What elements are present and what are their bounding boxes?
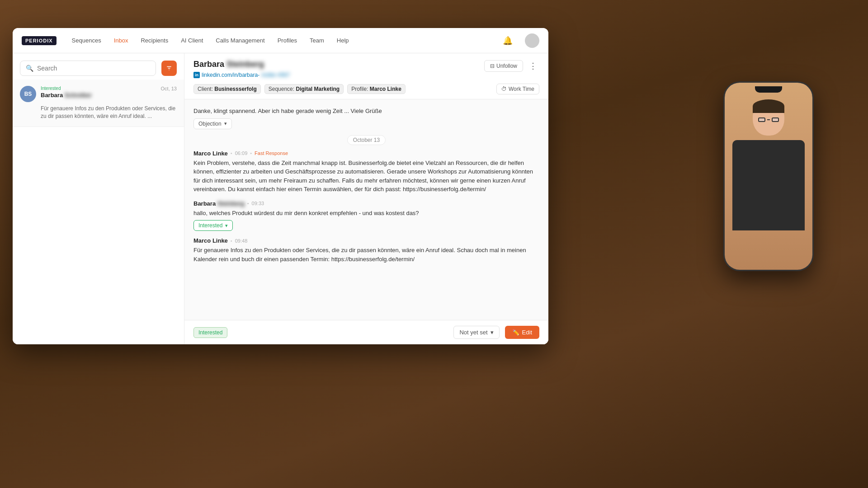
avatar-bs: BS [20, 86, 36, 102]
profile-name: Barbara Steinberg [193, 60, 264, 69]
main-layout: 🔍 BS Interested [13, 53, 548, 344]
conv-preview: Für genauere Infos zu den Produkten oder… [41, 105, 177, 120]
bottom-badge: Interested [193, 327, 227, 338]
interested-badge: Interested [41, 86, 156, 91]
logo: PERIODIX [22, 36, 57, 45]
nav-help[interactable]: Help [336, 35, 350, 46]
linkedin-icon: in [193, 72, 200, 78]
app-window: PERIODIX Sequences Inbox Recipients AI C… [13, 28, 548, 344]
message-block-3: Barbara Steinberg • 09:33 hallo, welches… [193, 200, 539, 231]
msg-sender-4: Marco Linke • 09:48 [193, 237, 539, 244]
chevron-down-icon-2: ▾ [225, 223, 228, 229]
person-silhouette [732, 90, 805, 262]
nav-recipients[interactable]: Recipients [140, 35, 169, 46]
chevron-down-icon-3: ▾ [491, 329, 494, 336]
edit-icon: ✏️ [512, 329, 519, 336]
glass-left [758, 117, 765, 122]
phone-notch [755, 86, 782, 93]
fast-response-badge: Fast Response [255, 150, 288, 156]
chevron-down-icon: ▾ [224, 121, 227, 127]
objection-dropdown[interactable]: Objection ▾ [193, 118, 232, 129]
message-block-1: Danke, klingt spannend. Aber ich habe ge… [193, 107, 539, 129]
msg-text-4: Für genauere Infos zu den Produkten oder… [193, 246, 539, 263]
msg-sender-3: Barbara Steinberg • 09:33 [193, 200, 539, 207]
profile-tag: Profile: Marco Linke [347, 84, 406, 94]
search-icon: 🔍 [26, 65, 33, 72]
nav-ai-client[interactable]: AI Client [180, 35, 204, 46]
person-head [753, 99, 784, 136]
date-divider: October 13 [193, 136, 539, 144]
avatar[interactable] [525, 33, 539, 48]
clock-icon: ⏱ [501, 86, 507, 92]
tags-row: Client: Businessserfolg Sequence: Digita… [193, 84, 539, 94]
msg-text-1: Danke, klingt spannend. Aber ich habe ge… [193, 107, 539, 116]
conv-name: Barbara Schreiber [41, 92, 156, 99]
msg-sender-2: Marco Linke • 06:09 • Fast Response [193, 150, 539, 157]
client-tag: Client: Businessserfolg [193, 84, 261, 94]
sequence-tag: Sequence: Digital Marketing [264, 84, 344, 94]
person-glasses [758, 117, 779, 122]
message-block-4: Marco Linke • 09:48 Für genauere Infos z… [193, 237, 539, 263]
nav-sequences[interactable]: Sequences [71, 35, 102, 46]
content-area: Barbara Steinberg in linkedin.com/in/bar… [184, 53, 548, 344]
nav-inbox[interactable]: Inbox [113, 35, 129, 46]
nav-team[interactable]: Team [309, 35, 325, 46]
notification-bell-icon[interactable]: 🔔 [501, 34, 514, 47]
unfollow-button[interactable]: ⊟ Unfollow [484, 60, 523, 72]
work-time-button[interactable]: ⏱ Work Time [496, 84, 539, 94]
more-options-button[interactable]: ⋮ [527, 60, 539, 72]
nav-profiles[interactable]: Profiles [277, 35, 298, 46]
search-bar: 🔍 [20, 61, 156, 76]
person-body [732, 140, 805, 230]
content-header: Barbara Steinberg in linkedin.com/in/bar… [184, 53, 548, 99]
conv-date: Oct, 13 [161, 86, 177, 91]
not-yet-set-dropdown[interactable]: Not yet set ▾ [453, 326, 499, 339]
sidebar: 🔍 BS Interested [13, 53, 184, 344]
msg-text-2: Kein Problem, verstehe, dass die Zeit ma… [193, 159, 539, 194]
message-block-2: Marco Linke • 06:09 • Fast Response Kein… [193, 150, 539, 194]
unfollow-icon: ⊟ [490, 63, 495, 69]
person-hair [753, 99, 784, 113]
edit-button[interactable]: ✏️ Edit [505, 326, 539, 339]
search-input[interactable] [37, 65, 150, 72]
msg-text-3: hallo, welches Produkt würdest du mir de… [193, 209, 539, 218]
header-actions: ⊟ Unfollow ⋮ [484, 60, 539, 72]
phone-mockup [723, 81, 814, 271]
linkedin-link[interactable]: in linkedin.com/in/barbara-müller-4567 [193, 72, 290, 78]
nav-calls-management[interactable]: Calls Management [215, 35, 265, 46]
topnav: PERIODIX Sequences Inbox Recipients AI C… [13, 28, 548, 53]
interested-dropdown[interactable]: Interested ▾ [193, 220, 233, 231]
conversation-item[interactable]: BS Interested Barbara Schreiber Oct, 13 … [13, 80, 184, 127]
glass-right [772, 117, 779, 122]
phone-video [725, 83, 812, 270]
profile-title: Barbara Steinberg [193, 60, 290, 69]
filter-button[interactable] [161, 61, 177, 76]
chat-scroll[interactable]: Danke, klingt spannend. Aber ich habe ge… [184, 99, 548, 320]
bottom-bar: Interested Not yet set ▾ ✏️ Edit [184, 320, 548, 344]
